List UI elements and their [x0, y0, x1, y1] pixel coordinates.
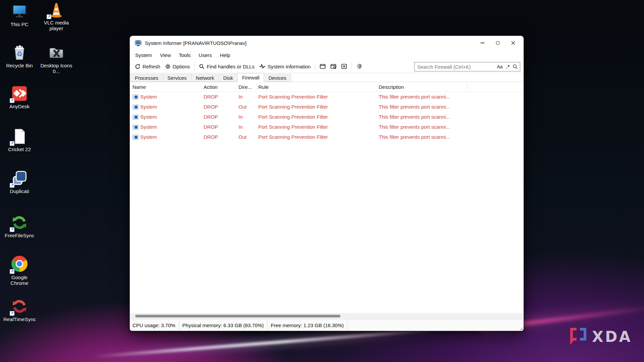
horizontal-scrollbar[interactable] — [130, 313, 524, 319]
search-input[interactable] — [417, 64, 495, 70]
tab-devices[interactable]: Devices — [264, 74, 291, 82]
monitor-icon — [11, 3, 28, 20]
tab-disk[interactable]: Disk — [219, 74, 238, 82]
xda-watermark: XDA — [568, 327, 632, 346]
status-free-memory: Free memory: 1.23 GB (16.30%) — [267, 319, 347, 331]
shortcut-arrow-icon: ↗ — [10, 183, 14, 188]
find-window-button[interactable] — [328, 62, 339, 71]
table-header: Name Action Dire... Rule Description — [130, 82, 524, 92]
desktop-icon-label: This PC — [3, 21, 36, 27]
maximize-button[interactable] — [490, 36, 505, 50]
column-header-action[interactable]: Action — [204, 82, 218, 92]
column-divider[interactable] — [236, 83, 237, 90]
scrollbar-thumb[interactable] — [135, 315, 340, 317]
menu-help[interactable]: Help — [216, 51, 234, 59]
window-title: System Informer [PRANAVIRTUOSO\Pranav] — [145, 40, 247, 46]
light-beam — [91, 327, 446, 358]
title-bar[interactable]: System Informer [PRANAVIRTUOSO\Pranav] — [130, 36, 524, 50]
table-row[interactable]: System DROP Out Port Scanning Prevention… — [130, 102, 524, 112]
shortcut-arrow-icon: ↗ — [10, 269, 14, 274]
xda-brackets-icon — [568, 327, 589, 346]
tab-strip: Processes Services Network Disk Firewall… — [130, 73, 524, 82]
system-process-icon — [132, 125, 139, 130]
desktop-icon-label: AnyDesk — [3, 104, 36, 109]
desktop-icon-google-chrome[interactable]: ↗ Google Chrome — [3, 255, 36, 286]
search-submit-icon[interactable] — [513, 64, 518, 69]
shortcut-arrow-icon: ↗ — [10, 227, 14, 232]
toolbar-separator — [194, 62, 195, 70]
shield-icon — [356, 63, 362, 69]
column-header-rule[interactable]: Rule — [258, 82, 269, 92]
close-icon — [511, 41, 515, 45]
search-box: Aa .* — [414, 62, 520, 71]
menu-system[interactable]: System — [131, 51, 156, 59]
system-information-button[interactable]: System information — [257, 62, 313, 71]
shortcut-arrow-icon: ↗ — [10, 141, 14, 146]
desktop-icon-cricket-22[interactable]: ↗ Cricket 22 — [3, 128, 36, 152]
desktop-icon-label: FreeFileSync — [3, 233, 36, 238]
folder-x-icon — [48, 44, 65, 61]
window-search-icon — [330, 64, 336, 69]
system-process-icon — [132, 115, 139, 120]
svg-text:♻: ♻ — [16, 50, 22, 58]
sync-green-icon: ↗ — [11, 214, 28, 231]
shortcut-arrow-icon: ↗ — [10, 98, 14, 103]
desktop-icon-recycle-bin[interactable]: ♻ Recycle Bin — [3, 44, 36, 68]
status-physical-memory: Physical memory: 6.33 GB (83.70%) — [179, 319, 268, 331]
desktop-icon-label: Recycle Bin — [3, 63, 36, 68]
tab-services[interactable]: Services — [163, 74, 192, 82]
table-row[interactable]: System DROP In Port Scanning Prevention … — [130, 92, 524, 102]
tab-processes[interactable]: Processes — [130, 74, 163, 82]
desktop-icon-realtimesync[interactable]: ↗ RealTimeSync — [3, 298, 36, 322]
column-divider[interactable] — [377, 83, 377, 90]
column-divider[interactable] — [467, 83, 467, 90]
match-case-toggle[interactable]: Aa — [495, 64, 504, 69]
pane-button[interactable] — [317, 62, 328, 71]
column-divider[interactable] — [201, 83, 202, 90]
desktop-icon-freefilesync[interactable]: ↗ FreeFileSync — [3, 214, 36, 238]
search-icon — [199, 64, 205, 69]
close-button[interactable] — [505, 36, 521, 50]
system-process-icon — [132, 135, 139, 140]
column-header-name[interactable]: Name — [132, 82, 146, 92]
menu-view[interactable]: View — [156, 51, 175, 59]
desktop-icon-label: Cricket 22 — [3, 146, 36, 152]
tab-network[interactable]: Network — [191, 74, 219, 82]
elevate-button[interactable] — [354, 62, 365, 71]
vlc-cone-icon: ↗ — [48, 1, 65, 18]
desktop-icon-anydesk[interactable]: ↗ AnyDesk — [3, 85, 36, 109]
column-header-direction[interactable]: Dire... — [238, 82, 252, 92]
system-process-icon — [132, 95, 139, 100]
menu-bar: System View Tools Users Help — [130, 50, 524, 60]
system-process-icon — [132, 105, 139, 110]
desktop-icon-desktop-icons[interactable]: Desktop Icons 0... — [40, 44, 72, 74]
find-handles-button[interactable]: Find handles or DLLs — [197, 62, 257, 71]
refresh-button[interactable]: Refresh — [132, 62, 163, 71]
chrome-icon: ↗ — [11, 256, 28, 273]
table-row[interactable]: System DROP In Port Scanning Prevention … — [130, 122, 524, 132]
minimize-button[interactable] — [475, 36, 490, 50]
system-informer-window: System Informer [PRANAVIRTUOSO\Pranav] S… — [129, 36, 524, 331]
status-bar: CPU usage: 3.70% Physical memory: 6.33 G… — [130, 319, 524, 331]
menu-tools[interactable]: Tools — [175, 51, 195, 59]
sync-red-icon: ↗ — [11, 298, 28, 315]
status-cpu-usage: CPU usage: 3.70% — [130, 319, 179, 331]
anydesk-icon: ↗ — [11, 85, 28, 102]
options-button[interactable]: Options — [163, 62, 193, 71]
toolbar-separator — [352, 62, 352, 70]
desktop-icon-duplicati[interactable]: ↗ Duplicati — [3, 170, 36, 194]
window-pane-icon — [320, 64, 326, 69]
column-header-description[interactable]: Description — [379, 82, 404, 92]
tab-firewall[interactable]: Firewall — [237, 73, 264, 82]
table-row[interactable]: System DROP In Port Scanning Prevention … — [130, 112, 524, 122]
menu-users[interactable]: Users — [195, 51, 216, 59]
regex-toggle[interactable]: .* — [504, 64, 512, 69]
desktop-icon-vlc[interactable]: ↗ VLC media player — [40, 1, 72, 31]
table-row[interactable]: System DROP Out Port Scanning Prevention… — [130, 132, 524, 142]
column-divider[interactable] — [257, 83, 257, 90]
toolbar-separator — [315, 62, 315, 70]
desktop-icon-label: Google Chrome — [3, 275, 36, 286]
close-window-button[interactable] — [339, 62, 350, 71]
desktop-icon-this-pc[interactable]: This PC — [3, 3, 36, 27]
resize-grip-icon[interactable] — [519, 326, 523, 330]
